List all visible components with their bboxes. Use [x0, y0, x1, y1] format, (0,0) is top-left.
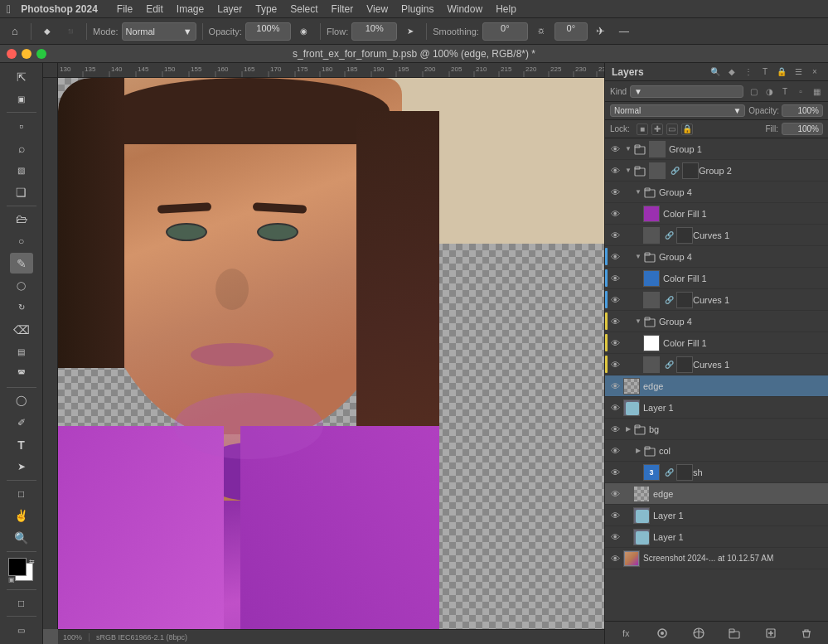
panel-history-btn[interactable]: ⋮	[742, 65, 755, 79]
visibility-toggle[interactable]: 👁	[608, 466, 622, 479]
visibility-toggle[interactable]: 👁	[608, 143, 622, 156]
panel-search-btn[interactable]: 🔍	[709, 65, 722, 79]
layer-item[interactable]: 👁 Color Fill 1	[605, 203, 828, 225]
visibility-toggle[interactable]: 👁	[608, 444, 622, 458]
airbrush-btn[interactable]: ➤	[400, 22, 420, 41]
smoothing-options-btn[interactable]: ⛭	[531, 22, 551, 41]
marquee-tool[interactable]: ▫	[10, 115, 33, 137]
home-button[interactable]: ⌂	[5, 22, 25, 41]
blend-mode-dropdown[interactable]: Normal ▼	[610, 104, 745, 117]
menu-window[interactable]: Window	[441, 3, 488, 15]
layer-item[interactable]: 👁 edge	[605, 483, 828, 505]
opacity-value[interactable]: 100%	[782, 104, 823, 117]
visibility-toggle[interactable]: 👁	[608, 164, 622, 177]
shape-tool[interactable]: □	[10, 483, 33, 505]
quick-mask-btn[interactable]: □	[10, 593, 33, 614]
panel-lock-btn[interactable]: 🔒	[775, 65, 788, 79]
layer-item[interactable]: 👁 ▶ col	[605, 440, 828, 462]
menu-type[interactable]: Type	[249, 3, 283, 15]
visibility-toggle[interactable]: 👁	[608, 293, 622, 307]
lock-pixels-btn[interactable]: ■	[637, 123, 648, 135]
layer-item[interactable]: 👁 ▼ Group 4	[605, 311, 828, 332]
opacity-input[interactable]: 100%	[245, 22, 291, 41]
flow-input[interactable]: 10%	[351, 22, 397, 41]
visibility-toggle[interactable]: 👁	[608, 250, 622, 264]
angle-input[interactable]: 0°	[554, 22, 588, 41]
pen-tool[interactable]: ✐	[10, 412, 33, 433]
path-select-tool[interactable]: ➤	[10, 456, 33, 477]
filter-smart-icon[interactable]: ▦	[810, 85, 823, 98]
brush-tool-options[interactable]: ◆	[37, 22, 57, 41]
menu-select[interactable]: Select	[284, 3, 323, 15]
menu-plugins[interactable]: Plugins	[395, 3, 439, 15]
hand-tool[interactable]: ✌	[10, 506, 33, 527]
add-adjustment-button[interactable]	[690, 624, 708, 642]
lock-position-btn[interactable]: ✚	[651, 123, 663, 135]
symmetry-btn[interactable]: ✈	[591, 22, 611, 41]
visibility-toggle[interactable]: 👁	[608, 509, 622, 522]
layer-item[interactable]: 👁 Layer 1	[605, 505, 828, 526]
visibility-toggle[interactable]: 👁	[608, 552, 622, 565]
menu-view[interactable]: View	[361, 3, 394, 15]
group-expand-arrow[interactable]: ▶	[633, 446, 643, 456]
blur-tool[interactable]: ◚	[10, 363, 33, 385]
visibility-toggle[interactable]: 👁	[608, 487, 622, 501]
visibility-toggle[interactable]: 👁	[608, 337, 622, 350]
visibility-toggle[interactable]: 👁	[608, 530, 622, 544]
visibility-toggle[interactable]: 👁	[608, 272, 622, 285]
foreground-color-swatch[interactable]	[8, 558, 27, 576]
layer-item[interactable]: 👁 ▶ bg	[605, 419, 828, 440]
menu-file[interactable]: File	[111, 3, 138, 15]
delete-layer-button[interactable]	[797, 624, 816, 642]
add-mask-button[interactable]	[653, 624, 671, 642]
mode-dropdown[interactable]: Normal ▼	[122, 22, 196, 41]
type-tool[interactable]: T	[10, 434, 33, 456]
group-expand-arrow[interactable]: ▼	[633, 187, 643, 197]
extra-btn[interactable]: ⸻	[614, 22, 634, 41]
add-fx-button[interactable]: fx	[617, 624, 636, 642]
filter-shape-icon[interactable]: ▫	[794, 85, 807, 98]
layer-item[interactable]: 👁 Screenshot 2024-... at 10.12.57 AM	[605, 548, 828, 569]
maximize-button[interactable]	[36, 49, 46, 59]
zoom-tool[interactable]: 🔍	[10, 527, 33, 549]
layer-item[interactable]: 👁 ▼ Group 1	[605, 138, 828, 160]
visibility-toggle[interactable]: 👁	[608, 401, 622, 414]
clone-tool[interactable]: ◯	[10, 274, 33, 296]
visibility-toggle[interactable]: 👁	[608, 207, 622, 220]
layer-item[interactable]: 👁 ▼ Group 4	[605, 182, 828, 203]
group-expand-arrow[interactable]: ▼	[633, 317, 643, 327]
layer-item[interactable]: 👁 3 🔗 sh	[605, 462, 828, 483]
object-select-tool[interactable]: ▧	[10, 159, 33, 181]
menu-layer[interactable]: Layer	[211, 3, 248, 15]
pressure-opacity-btn[interactable]: ◉	[294, 22, 314, 41]
swap-colors-btn[interactable]: ⇆	[29, 558, 35, 565]
layer-item[interactable]: 👁 ▼ 🔗 Group 2	[605, 160, 828, 182]
eyedropper-tool[interactable]: 🗁	[10, 209, 33, 230]
healing-tool[interactable]: ○	[10, 230, 33, 252]
group-expand-arrow[interactable]: ▶	[623, 424, 633, 434]
screen-mode-btn[interactable]: ▭	[10, 619, 33, 641]
crop-tool[interactable]: ❏	[10, 182, 33, 203]
lock-artboard-btn[interactable]: ▭	[666, 123, 678, 135]
layer-item[interactable]: 👁 🔗 Curves 1	[605, 354, 828, 375]
lock-all-btn[interactable]: 🔒	[681, 123, 693, 135]
history-tool[interactable]: ↻	[10, 297, 33, 318]
gradient-tool[interactable]: ▤	[10, 341, 33, 362]
layer-item[interactable]: 👁 ▼ Group 4	[605, 246, 828, 268]
group-expand-arrow[interactable]: ▼	[623, 166, 633, 176]
menu-edit[interactable]: Edit	[140, 3, 169, 15]
panel-text-btn[interactable]: T	[758, 65, 772, 79]
artboard-tool[interactable]: ▣	[10, 89, 33, 110]
menu-image[interactable]: Image	[171, 3, 210, 15]
kind-dropdown[interactable]: ▼	[630, 85, 743, 98]
visibility-toggle[interactable]: 👁	[608, 380, 622, 393]
minimize-button[interactable]	[22, 49, 31, 59]
smoothing-input[interactable]: 0°	[482, 22, 528, 41]
create-group-button[interactable]	[725, 624, 743, 642]
layer-item[interactable]: 👁 edge	[605, 375, 828, 397]
filter-adj-icon[interactable]: ◑	[763, 85, 776, 98]
filter-type-icon[interactable]: T	[778, 85, 792, 98]
create-layer-button[interactable]	[762, 624, 780, 642]
layer-item[interactable]: 👁 Color Fill 1	[605, 268, 828, 289]
panel-filter-btn[interactable]: ◆	[725, 65, 738, 79]
